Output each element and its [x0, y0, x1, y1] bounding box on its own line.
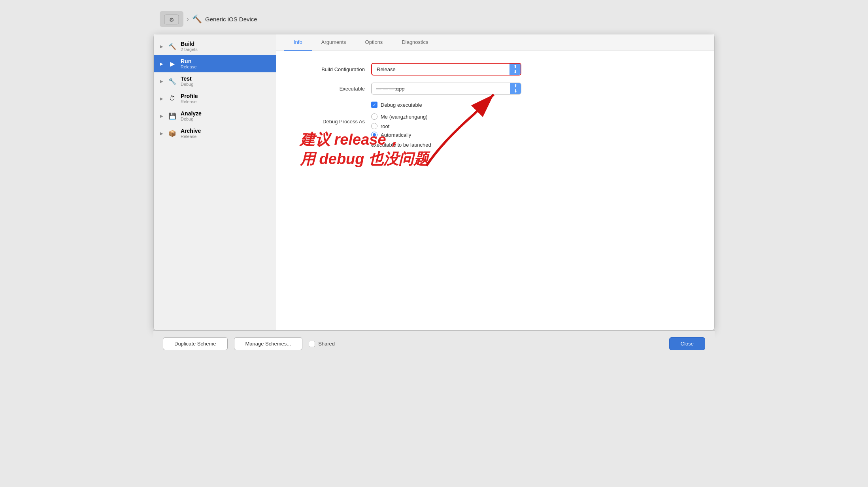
executable-control: — — —.app ⬆⬇: [371, 83, 521, 94]
build-config-value: Release: [372, 64, 509, 75]
build-text: Build 2 targets: [181, 41, 198, 52]
analyze-text: Analyze Debug: [181, 110, 202, 121]
analyze-name: Analyze: [181, 110, 202, 117]
radio-root-label: root: [381, 123, 389, 129]
executable-arrow[interactable]: ⬆⬇: [510, 83, 521, 94]
radio-me[interactable]: [371, 113, 377, 120]
scheme-dialog: ▶ 🔨 Build 2 targets ▶ ▶ Run Release ▶ �: [153, 34, 715, 330]
xcode-icon: ⚙: [160, 11, 183, 27]
sidebar-item-archive[interactable]: ▶ 📦 Archive Release: [154, 125, 276, 142]
sidebar-item-analyze[interactable]: ▶ 💾 Analyze Debug: [154, 107, 276, 125]
radio-root[interactable]: [371, 123, 377, 129]
tab-bar: Info Arguments Options Diagnostics: [276, 34, 714, 51]
tab-options[interactable]: Options: [356, 34, 392, 51]
build-arrow: ▶: [160, 44, 164, 49]
build-name: Build: [181, 41, 198, 47]
run-icon: ▶: [168, 59, 177, 68]
archive-icon: 📦: [168, 129, 177, 138]
run-name: Run: [181, 58, 196, 64]
profile-text: Profile Release: [181, 93, 198, 104]
executable-label: Executable: [292, 86, 371, 92]
test-name: Test: [181, 76, 193, 82]
shared-label: Shared: [318, 341, 335, 347]
device-icon: 🔨: [192, 14, 202, 24]
close-button[interactable]: Close: [669, 337, 705, 350]
radio-root-row: root: [371, 123, 428, 129]
shared-row: Shared: [309, 341, 335, 347]
content-area: Build Configuration Release ⬆⬇ Executabl…: [276, 51, 714, 330]
test-icon: 🔧: [168, 77, 177, 85]
svg-text:⚙: ⚙: [169, 17, 174, 23]
build-config-label: Build Configuration: [292, 66, 371, 72]
launch-label: executable to be launched: [371, 142, 698, 148]
build-config-row: Build Configuration Release ⬆⬇: [292, 63, 698, 76]
tab-arguments[interactable]: Arguments: [312, 34, 356, 51]
archive-name: Archive: [181, 128, 201, 134]
executable-dropdown[interactable]: — — —.app ⬆⬇: [371, 83, 521, 94]
archive-text: Archive Release: [181, 128, 201, 139]
debug-process-options: Me (wangzhengang) root: [371, 113, 428, 129]
tab-info[interactable]: Info: [284, 34, 312, 51]
run-arrow: ▶: [160, 62, 164, 66]
test-text: Test Debug: [181, 76, 193, 87]
debug-executable-checkbox[interactable]: ✓: [371, 102, 377, 108]
build-icon: 🔨: [168, 42, 177, 51]
manage-schemes-button[interactable]: Manage Schemes...: [234, 337, 303, 350]
debug-executable-label: Debug executable: [381, 102, 422, 108]
profile-sub: Release: [181, 99, 198, 104]
test-arrow: ▶: [160, 79, 164, 83]
top-bar: ⚙ › 🔨 Generic iOS Device: [153, 8, 715, 30]
sidebar-item-build[interactable]: ▶ 🔨 Build 2 targets: [154, 38, 276, 55]
analyze-sub: Debug: [181, 117, 202, 121]
device-title: Generic iOS Device: [205, 16, 257, 23]
build-config-control: Release ⬆⬇: [371, 63, 521, 76]
sidebar-item-test[interactable]: ▶ 🔧 Test Debug: [154, 72, 276, 90]
build-config-arrow[interactable]: ⬆⬇: [509, 64, 521, 75]
radio-automatically[interactable]: [371, 132, 377, 138]
sidebar-item-profile[interactable]: ▶ ⏱ Profile Release: [154, 90, 276, 107]
radio-auto-label: Automatically: [381, 132, 411, 138]
profile-name: Profile: [181, 93, 198, 99]
duplicate-scheme-button[interactable]: Duplicate Scheme: [163, 337, 228, 350]
debug-process-row: Debug Process As Me (wangzhengang) root: [292, 113, 698, 129]
annotation-line2: 用 debug 也没问题: [300, 149, 428, 169]
analyze-icon: 💾: [168, 111, 177, 120]
executable-value: — — —.app: [372, 83, 510, 94]
sidebar: ▶ 🔨 Build 2 targets ▶ ▶ Run Release ▶ �: [154, 34, 276, 330]
analyze-arrow: ▶: [160, 114, 164, 118]
run-text: Run Release: [181, 58, 196, 69]
debug-process-label: Debug Process As: [292, 119, 371, 125]
debug-executable-row: ✓ Debug executable: [371, 102, 698, 108]
profile-icon: ⏱: [168, 94, 177, 103]
archive-sub: Release: [181, 134, 201, 139]
build-config-dropdown[interactable]: Release ⬆⬇: [371, 63, 521, 76]
bottom-bar: Duplicate Scheme Manage Schemes... Share…: [153, 330, 715, 357]
main-content: Info Arguments Options Diagnostics Build…: [276, 34, 714, 330]
tab-diagnostics[interactable]: Diagnostics: [392, 34, 438, 51]
dialog-body: ▶ 🔨 Build 2 targets ▶ ▶ Run Release ▶ �: [154, 34, 714, 330]
executable-row: Executable — — —.app ⬆⬇: [292, 83, 698, 94]
profile-arrow: ▶: [160, 96, 164, 101]
breadcrumb-chevron: ›: [187, 15, 189, 23]
radio-me-row: Me (wangzhengang): [371, 113, 428, 120]
test-sub: Debug: [181, 82, 193, 87]
sidebar-item-run[interactable]: ▶ ▶ Run Release: [154, 55, 276, 72]
radio-auto-row: Automatically: [371, 132, 698, 138]
build-sub: 2 targets: [181, 47, 198, 52]
shared-checkbox[interactable]: [309, 341, 315, 347]
run-sub: Release: [181, 64, 196, 69]
archive-arrow: ▶: [160, 131, 164, 136]
radio-me-label: Me (wangzhengang): [381, 114, 428, 120]
